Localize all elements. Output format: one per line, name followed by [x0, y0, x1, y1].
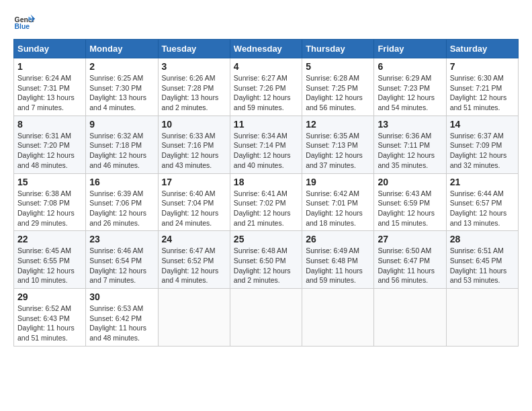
day-number: 11 [234, 119, 298, 130]
day-cell: 27Sunrise: 6:50 AMSunset: 6:47 PMDayligh… [374, 231, 446, 289]
day-info: Sunrise: 6:53 AMSunset: 6:42 PMDaylight:… [89, 304, 154, 343]
day-cell: 29Sunrise: 6:52 AMSunset: 6:43 PMDayligh… [14, 289, 86, 347]
day-cell [374, 289, 446, 347]
day-cell: 24Sunrise: 6:47 AMSunset: 6:52 PMDayligh… [158, 231, 230, 289]
day-cell: 25Sunrise: 6:48 AMSunset: 6:50 PMDayligh… [230, 231, 302, 289]
day-info: Sunrise: 6:43 AMSunset: 6:59 PMDaylight:… [378, 189, 442, 228]
calendar-table: SundayMondayTuesdayWednesdayThursdayFrid… [13, 39, 519, 347]
day-cell [302, 289, 374, 347]
day-number: 20 [378, 177, 442, 187]
day-number: 2 [89, 61, 154, 72]
day-number: 16 [89, 177, 154, 187]
week-row-2: 8Sunrise: 6:31 AMSunset: 7:20 PMDaylight… [14, 116, 519, 173]
day-info: Sunrise: 6:36 AMSunset: 7:11 PMDaylight:… [378, 131, 442, 171]
logo-icon: General Blue [13, 13, 35, 32]
page-header: General Blue [13, 13, 519, 32]
day-cell: 21Sunrise: 6:44 AMSunset: 6:57 PMDayligh… [446, 173, 518, 231]
day-number: 12 [306, 119, 370, 130]
day-cell: 17Sunrise: 6:40 AMSunset: 7:04 PMDayligh… [158, 173, 230, 231]
day-info: Sunrise: 6:52 AMSunset: 6:43 PMDaylight:… [17, 304, 82, 343]
day-number: 14 [450, 119, 515, 130]
day-number: 30 [89, 291, 154, 302]
header-row: SundayMondayTuesdayWednesdayThursdayFrid… [14, 40, 519, 58]
day-info: Sunrise: 6:45 AMSunset: 6:55 PMDaylight:… [17, 246, 82, 285]
col-header-wednesday: Wednesday [230, 40, 302, 58]
day-number: 5 [306, 61, 370, 72]
day-info: Sunrise: 6:37 AMSunset: 7:09 PMDaylight:… [450, 131, 515, 171]
day-cell [446, 289, 518, 347]
day-cell: 19Sunrise: 6:42 AMSunset: 7:01 PMDayligh… [302, 173, 374, 231]
day-info: Sunrise: 6:26 AMSunset: 7:28 PMDaylight:… [162, 73, 226, 113]
day-number: 26 [306, 234, 370, 244]
day-cell: 8Sunrise: 6:31 AMSunset: 7:20 PMDaylight… [14, 116, 86, 173]
day-number: 18 [234, 177, 298, 187]
col-header-tuesday: Tuesday [158, 40, 230, 58]
col-header-sunday: Sunday [14, 40, 86, 58]
day-cell [158, 289, 230, 347]
day-number: 9 [89, 119, 154, 130]
day-number: 23 [89, 234, 154, 244]
day-cell: 9Sunrise: 6:32 AMSunset: 7:18 PMDaylight… [86, 116, 158, 173]
day-cell: 28Sunrise: 6:51 AMSunset: 6:45 PMDayligh… [446, 231, 518, 289]
day-info: Sunrise: 6:49 AMSunset: 6:48 PMDaylight:… [306, 246, 370, 285]
week-row-3: 15Sunrise: 6:38 AMSunset: 7:08 PMDayligh… [14, 173, 519, 231]
day-cell: 16Sunrise: 6:39 AMSunset: 7:06 PMDayligh… [86, 173, 158, 231]
col-header-monday: Monday [86, 40, 158, 58]
day-cell: 3Sunrise: 6:26 AMSunset: 7:28 PMDaylight… [158, 58, 230, 116]
day-info: Sunrise: 6:48 AMSunset: 6:50 PMDaylight:… [234, 246, 298, 285]
day-number: 7 [450, 61, 515, 72]
day-info: Sunrise: 6:33 AMSunset: 7:16 PMDaylight:… [162, 131, 226, 171]
day-cell: 18Sunrise: 6:41 AMSunset: 7:02 PMDayligh… [230, 173, 302, 231]
day-info: Sunrise: 6:35 AMSunset: 7:13 PMDaylight:… [306, 131, 370, 171]
day-info: Sunrise: 6:34 AMSunset: 7:14 PMDaylight:… [234, 131, 298, 171]
day-info: Sunrise: 6:27 AMSunset: 7:26 PMDaylight:… [234, 73, 298, 113]
day-number: 22 [17, 234, 82, 244]
day-number: 8 [17, 119, 82, 130]
day-info: Sunrise: 6:46 AMSunset: 6:54 PMDaylight:… [89, 246, 154, 285]
day-info: Sunrise: 6:31 AMSunset: 7:20 PMDaylight:… [17, 131, 82, 171]
day-cell: 2Sunrise: 6:25 AMSunset: 7:30 PMDaylight… [86, 58, 158, 116]
day-info: Sunrise: 6:28 AMSunset: 7:25 PMDaylight:… [306, 73, 370, 113]
day-number: 28 [450, 234, 515, 244]
day-cell: 26Sunrise: 6:49 AMSunset: 6:48 PMDayligh… [302, 231, 374, 289]
col-header-thursday: Thursday [302, 40, 374, 58]
day-cell: 11Sunrise: 6:34 AMSunset: 7:14 PMDayligh… [230, 116, 302, 173]
col-header-saturday: Saturday [446, 40, 518, 58]
day-number: 19 [306, 177, 370, 187]
svg-text:Blue: Blue [15, 23, 30, 30]
day-cell [230, 289, 302, 347]
week-row-1: 1Sunrise: 6:24 AMSunset: 7:31 PMDaylight… [14, 58, 519, 116]
day-number: 17 [162, 177, 226, 187]
day-info: Sunrise: 6:44 AMSunset: 6:57 PMDaylight:… [450, 189, 515, 228]
day-info: Sunrise: 6:25 AMSunset: 7:30 PMDaylight:… [89, 73, 154, 113]
day-cell: 23Sunrise: 6:46 AMSunset: 6:54 PMDayligh… [86, 231, 158, 289]
day-number: 1 [17, 61, 82, 72]
day-cell: 7Sunrise: 6:30 AMSunset: 7:21 PMDaylight… [446, 58, 518, 116]
day-number: 27 [378, 234, 442, 244]
day-cell: 14Sunrise: 6:37 AMSunset: 7:09 PMDayligh… [446, 116, 518, 173]
day-cell: 1Sunrise: 6:24 AMSunset: 7:31 PMDaylight… [14, 58, 86, 116]
col-header-friday: Friday [374, 40, 446, 58]
day-info: Sunrise: 6:30 AMSunset: 7:21 PMDaylight:… [450, 73, 515, 113]
day-info: Sunrise: 6:50 AMSunset: 6:47 PMDaylight:… [378, 246, 442, 285]
day-info: Sunrise: 6:40 AMSunset: 7:04 PMDaylight:… [162, 189, 226, 228]
day-number: 3 [162, 61, 226, 72]
day-info: Sunrise: 6:29 AMSunset: 7:23 PMDaylight:… [378, 73, 442, 113]
day-cell: 20Sunrise: 6:43 AMSunset: 6:59 PMDayligh… [374, 173, 446, 231]
day-cell: 10Sunrise: 6:33 AMSunset: 7:16 PMDayligh… [158, 116, 230, 173]
day-info: Sunrise: 6:32 AMSunset: 7:18 PMDaylight:… [89, 131, 154, 171]
day-cell: 4Sunrise: 6:27 AMSunset: 7:26 PMDaylight… [230, 58, 302, 116]
day-number: 15 [17, 177, 82, 187]
day-info: Sunrise: 6:24 AMSunset: 7:31 PMDaylight:… [17, 73, 82, 113]
day-info: Sunrise: 6:38 AMSunset: 7:08 PMDaylight:… [17, 189, 82, 228]
day-cell: 13Sunrise: 6:36 AMSunset: 7:11 PMDayligh… [374, 116, 446, 173]
day-cell: 6Sunrise: 6:29 AMSunset: 7:23 PMDaylight… [374, 58, 446, 116]
day-number: 13 [378, 119, 442, 130]
day-info: Sunrise: 6:39 AMSunset: 7:06 PMDaylight:… [89, 189, 154, 228]
day-number: 6 [378, 61, 442, 72]
day-info: Sunrise: 6:42 AMSunset: 7:01 PMDaylight:… [306, 189, 370, 228]
day-info: Sunrise: 6:41 AMSunset: 7:02 PMDaylight:… [234, 189, 298, 228]
day-cell: 12Sunrise: 6:35 AMSunset: 7:13 PMDayligh… [302, 116, 374, 173]
day-number: 25 [234, 234, 298, 244]
logo: General Blue [13, 13, 38, 32]
